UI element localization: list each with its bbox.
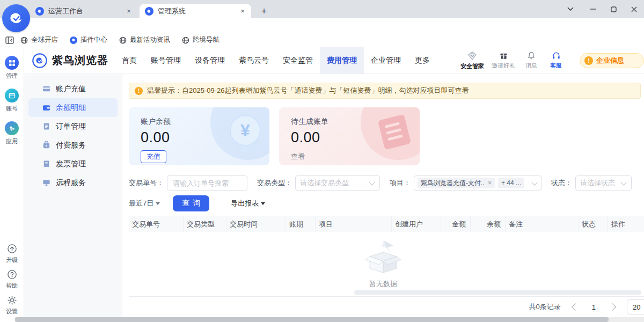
headset-icon	[552, 51, 561, 60]
page-size-select[interactable]: 20	[627, 299, 644, 314]
empty-box-icon	[362, 239, 404, 275]
recharge-button[interactable]: 充值	[141, 150, 166, 163]
date-range-dropdown[interactable]: 最近7日	[129, 199, 160, 208]
col-status[interactable]: 状态	[579, 216, 608, 232]
browser-tab-ops[interactable]: 运营工作台 ×	[30, 4, 137, 18]
status-select[interactable]: 请选择状态	[575, 175, 632, 191]
col-amount[interactable]: 金额	[441, 216, 471, 232]
current-page[interactable]: 1	[592, 303, 596, 311]
paid-service-icon	[42, 141, 50, 149]
type-select[interactable]: 请选择交易类型	[295, 175, 380, 191]
rail-item-account[interactable]: 账号	[5, 89, 19, 113]
yen-coin-icon: ¥	[230, 115, 261, 146]
nav-item-devices[interactable]: 设备管理	[188, 47, 232, 74]
col-balance[interactable]: 余额	[471, 216, 506, 232]
nav-item-enterprise[interactable]: 企业管理	[364, 47, 408, 74]
globe-icon	[20, 36, 28, 44]
tool-messages[interactable]: 消息	[519, 51, 544, 70]
col-remark[interactable]: 备注	[506, 216, 579, 232]
rail-item-help[interactable]: 帮助	[6, 269, 18, 290]
account-browser-icon	[5, 89, 19, 103]
col-type[interactable]: 交易类型	[184, 216, 226, 232]
browser-toolbar: 管理系统	[0, 18, 644, 33]
nav-item-cloud[interactable]: 紫鸟云号	[232, 47, 276, 74]
col-creator[interactable]: 创建用户	[392, 216, 441, 232]
window-close-icon[interactable]	[626, 2, 642, 16]
bookmark-activity-news[interactable]: 最新活动资讯	[119, 35, 170, 45]
tool-invite-gift[interactable]: 邀请好礼	[488, 51, 519, 70]
col-action[interactable]: 操作	[608, 216, 644, 232]
upgrade-arrow-icon	[7, 244, 17, 254]
nav-menu: 首页 账号管理 设备管理 紫鸟云号 安全监管 费用管理 企业管理 更多	[115, 47, 437, 74]
rail-item-upgrade[interactable]: 升级	[6, 244, 18, 264]
sidebar-item-orders[interactable]: 订单管理	[28, 117, 118, 136]
tab-search-chevron-icon[interactable]	[562, 2, 579, 16]
tab-strip: 运营工作台 × 管理系统 × +	[0, 0, 644, 18]
col-project[interactable]: 项目	[316, 216, 392, 232]
billing-sidebar: 账户充值 余额明细 订单管理 付费服务 发票管理 远程服务	[24, 74, 122, 317]
tab-close-icon[interactable]: ×	[125, 7, 133, 16]
enterprise-info-pill[interactable]: ! 企业信息	[580, 53, 644, 68]
col-period[interactable]: 账期	[286, 216, 316, 232]
query-button[interactable]: 查询	[173, 195, 209, 211]
bookmark-plugin-center[interactable]: 插件中心	[70, 35, 107, 45]
next-page-icon[interactable]	[609, 303, 616, 311]
sidebar-item-invoices[interactable]: 发票管理	[28, 155, 118, 173]
nav-item-home[interactable]: 首页	[115, 47, 144, 74]
tag-remove-icon[interactable]: ×	[488, 179, 492, 187]
window-scrollbar-thumb[interactable]	[15, 317, 609, 322]
brand[interactable]: 紫鸟浏览器	[32, 53, 108, 69]
view-link[interactable]: 查看	[291, 152, 305, 162]
bell-icon	[527, 51, 536, 60]
nav-item-billing[interactable]: 费用管理	[320, 47, 364, 74]
table-header: 交易单号 交易类型 交易时间 账期 项目 创建用户 金额 余额 备注 状态 操作	[129, 216, 644, 232]
rail-item-apps[interactable]: 应用	[5, 121, 19, 145]
bookmark-crossborder-nav[interactable]: 跨境导航	[182, 35, 219, 45]
nav-item-more[interactable]: 更多	[408, 47, 437, 74]
bookmark-global-store[interactable]: 全球开店	[20, 35, 58, 45]
order-doc-icon	[42, 122, 50, 130]
project-tag: 紫鸟浏览器充值-支付... ×	[418, 178, 495, 188]
brand-name: 紫鸟浏览器	[52, 53, 108, 68]
gift-icon	[499, 51, 508, 60]
nav-item-security[interactable]: 安全监管	[276, 47, 320, 74]
browser-tab-admin[interactable]: 管理系统 ×	[140, 4, 251, 18]
tool-support[interactable]: 客服	[544, 51, 568, 70]
sidebar-item-paid-services[interactable]: 付费服务	[28, 136, 118, 155]
filter-row: 交易单号： 交易类型： 请选择交易类型 项目： 紫鸟浏览器充值-支付... × …	[129, 175, 632, 191]
divider	[574, 54, 574, 67]
diamond-icon	[466, 51, 478, 61]
notice-banner: ! 温馨提示：自2025-09-26起列表增加紫鸟云号「通话资费」与「短信资费」…	[129, 83, 641, 99]
tool-security-guard[interactable]: 安全管家	[457, 51, 488, 70]
rail-item-manage[interactable]: 管理	[5, 56, 19, 80]
ziniao-app-logo[interactable]	[2, 4, 30, 32]
window-maximize-icon[interactable]	[605, 2, 621, 16]
tab-close-icon[interactable]: ×	[238, 7, 247, 16]
col-order-no[interactable]: 交易单号	[129, 216, 184, 232]
export-dropdown[interactable]: 导出报表	[231, 199, 265, 208]
ziniao-favicon-icon	[145, 7, 153, 16]
help-question-icon	[7, 269, 17, 280]
side-panel-icon[interactable]	[5, 36, 14, 44]
project-more-tag: + 44 ...	[498, 178, 524, 188]
prev-page-icon[interactable]	[572, 303, 579, 311]
rail-item-settings[interactable]: 设置	[6, 295, 18, 316]
invoice-icon	[42, 160, 50, 168]
table-horizontal-scrollbar[interactable]	[354, 290, 641, 295]
chevron-down-icon	[531, 179, 537, 185]
nav-item-accounts[interactable]: 账号管理	[144, 47, 188, 74]
pagination: 共0条记录 1 20	[129, 296, 644, 317]
sidebar-item-remote-services[interactable]: 远程服务	[28, 173, 118, 192]
chevron-down-icon	[620, 179, 626, 185]
empty-text: 暂无数据	[122, 279, 644, 289]
new-tab-button[interactable]: +	[258, 5, 270, 18]
project-select[interactable]: 紫鸟浏览器充值-支付... × + 44 ...	[414, 175, 541, 191]
window-minimize-icon[interactable]	[585, 2, 601, 16]
sidebar-item-balance-detail[interactable]: 余额明细	[28, 98, 118, 117]
order-no-input[interactable]	[167, 175, 247, 191]
bookmarks-bar: 全球开店 插件中心 最新活动资讯 跨境导航	[0, 33, 644, 47]
notice-text: 温馨提示：自2025-09-26起列表增加紫鸟云号「通话资费」与「短信资费」明细…	[147, 86, 469, 96]
col-time[interactable]: 交易时间	[226, 216, 286, 232]
ziniao-favicon-icon	[70, 36, 77, 44]
sidebar-item-recharge[interactable]: 账户充值	[28, 79, 118, 98]
